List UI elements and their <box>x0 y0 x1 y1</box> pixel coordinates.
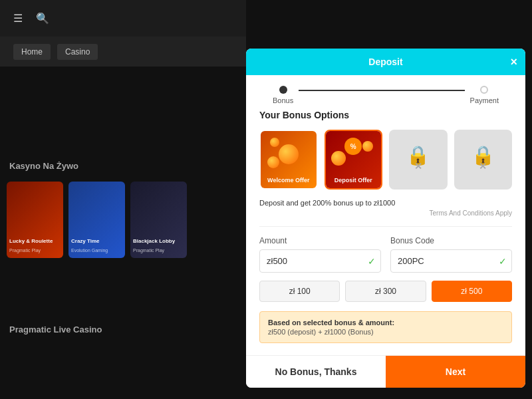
game-card-crazytime: Crazy Time Evolution Gaming <box>68 182 125 258</box>
game-card-sub-2: Evolution Gaming <box>71 248 108 253</box>
sphere-decor3 <box>270 138 279 147</box>
bonus-card-locked2-inner: 🔒 ✕ <box>456 131 511 188</box>
step-payment: Payment <box>470 86 499 104</box>
bonus-card-locked2: 🔒 ✕ <box>454 130 513 190</box>
form-row: Amount ✓ Bonus Code ✓ <box>259 236 512 273</box>
bonus-card-deposit-label: Deposit Offer <box>332 177 375 184</box>
search-icon[interactable]: 🔍 <box>36 12 49 25</box>
deposit-modal: Deposit × Bonus Payment Your Bonus Optio… <box>246 49 525 388</box>
amount-label: Amount <box>259 236 381 245</box>
bonus-card-welcome[interactable]: Welcome Offer <box>259 130 318 190</box>
game-card-title-2: Crazy Time <box>71 238 100 245</box>
bonus-code-input[interactable] <box>390 249 512 273</box>
hamburger-icon[interactable]: ☰ <box>13 12 23 25</box>
divider <box>259 226 512 227</box>
modal-close-button[interactable]: × <box>510 56 517 68</box>
sphere-decor4 <box>331 151 346 166</box>
bonus-card-locked1-inner: 🔒 ✕ <box>390 131 446 188</box>
amount-input[interactable] <box>259 249 381 273</box>
bonus-code-label: Bonus Code <box>390 236 512 245</box>
bonus-code-group: Bonus Code ✓ <box>390 236 512 273</box>
modal-title: Deposit <box>368 57 402 67</box>
quick-amounts: zł 100 zł 300 zł 500 <box>259 281 512 302</box>
info-banner-title: Based on selected bonus & amount: <box>268 319 503 327</box>
amount-input-wrapper: ✓ <box>259 249 381 273</box>
bonus-description: Deposit and get 200% bonus up to zł1000 <box>259 199 512 207</box>
background-topbar: ☰ 🔍 <box>0 0 246 37</box>
bonus-code-check-icon: ✓ <box>499 256 507 267</box>
quick-btn-100[interactable]: zł 100 <box>259 281 340 302</box>
game-card-roulette: Lucky & Roulette Pragmatic Play <box>7 182 63 258</box>
bonus-card-welcome-label: Welcome Offer <box>265 177 312 184</box>
bonus-card-welcome-inner: Welcome Offer <box>261 131 317 188</box>
bonus-section-title: Your Bonus Options <box>259 110 512 120</box>
bonus-card-deposit[interactable]: % Deposit Offer <box>325 130 383 190</box>
modal-body: Your Bonus Options Welcome Offer <box>246 110 525 355</box>
nav-casino[interactable]: Casino <box>57 44 98 60</box>
modal-header: Deposit × <box>246 49 525 75</box>
info-banner: Based on selected bonus & amount: zł500 … <box>259 311 512 343</box>
bonus-code-input-wrapper: ✓ <box>390 249 512 273</box>
game-card-title-1: Lucky & Roulette <box>9 238 53 245</box>
modal-footer: No Bonus, Thanks Next <box>246 355 525 388</box>
percent-badge: % <box>344 138 362 155</box>
amount-check-icon: ✓ <box>368 256 376 267</box>
progress-line <box>299 90 464 91</box>
lock-container1: 🔒 ✕ <box>406 144 430 172</box>
sphere-decor5 <box>362 141 373 152</box>
next-button[interactable]: Next <box>386 356 525 388</box>
bonus-card-deposit-inner: % Deposit Offer <box>326 131 382 188</box>
section-pragmatic: Pragmatic Live Casino <box>9 325 102 334</box>
game-card-title-3: Blackjack Lobby <box>133 238 175 245</box>
background-nav: Home Casino <box>0 37 246 66</box>
step-payment-dot <box>480 86 488 94</box>
info-banner-text: zł500 (deposit) + zł1000 (Bonus) <box>268 328 503 336</box>
bonus-card-locked1: 🔒 ✕ <box>389 130 448 190</box>
quick-btn-500[interactable]: zł 500 <box>432 281 512 302</box>
nav-home[interactable]: Home <box>13 44 51 60</box>
lock-container2: 🔒 ✕ <box>471 144 495 172</box>
sphere-decor2 <box>267 156 279 168</box>
step-bonus-dot <box>279 86 287 94</box>
step-payment-label: Payment <box>470 96 499 104</box>
quick-btn-300[interactable]: zł 300 <box>345 281 426 302</box>
game-cards-row: Lucky & Roulette Pragmatic Play Crazy Ti… <box>7 182 187 258</box>
skip-bonus-button[interactable]: No Bonus, Thanks <box>246 356 386 388</box>
bonus-options: Welcome Offer % Deposit Offer <box>259 130 512 190</box>
section-live-casino: Kasyno Na Żywo <box>9 161 78 171</box>
step-bonus: Bonus <box>273 86 293 104</box>
sphere-decor <box>279 144 299 164</box>
amount-group: Amount ✓ <box>259 236 381 273</box>
step-bonus-label: Bonus <box>273 96 293 104</box>
terms-link[interactable]: Terms And Conditions Apply <box>259 209 512 217</box>
game-card-sub-3: Pragmatic Play <box>133 248 164 253</box>
game-card-blackjack: Blackjack Lobby Pragmatic Play <box>130 182 187 258</box>
progress-bar: Bonus Payment <box>246 75 525 110</box>
game-card-sub-1: Pragmatic Play <box>9 248 41 253</box>
